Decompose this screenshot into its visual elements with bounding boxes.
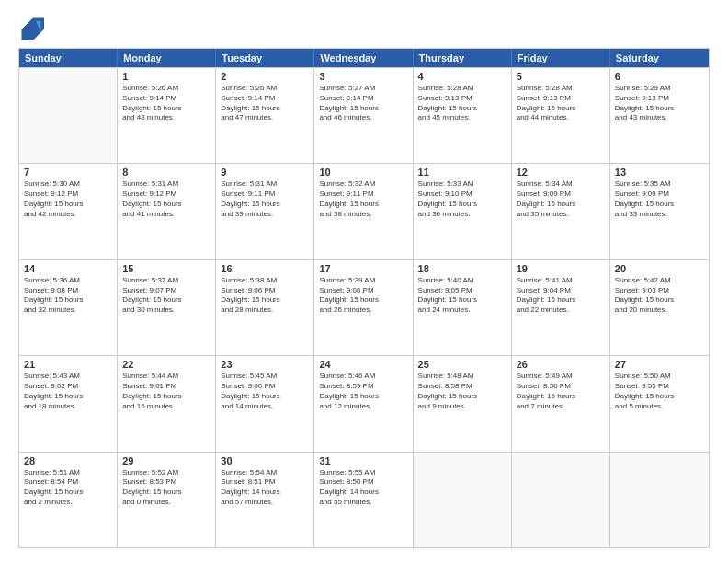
- sunrise-text: Sunrise: 5:46 AM: [319, 372, 407, 382]
- day-number: 9: [221, 167, 309, 178]
- cal-cell-r1-c6: 13Sunrise: 5:35 AMSunset: 9:09 PMDayligh…: [610, 164, 709, 259]
- cal-cell-r3-c0: 21Sunrise: 5:43 AMSunset: 9:02 PMDayligh…: [19, 356, 118, 451]
- daylight-minutes-text: and 48 minutes.: [122, 113, 210, 123]
- sunrise-text: Sunrise: 5:31 AM: [221, 179, 309, 190]
- day-number: 5: [517, 71, 605, 82]
- sunrise-text: Sunrise: 5:34 AM: [517, 179, 605, 190]
- cal-cell-r4-c1: 29Sunrise: 5:52 AMSunset: 8:53 PMDayligh…: [118, 453, 216, 547]
- sunset-text: Sunset: 9:06 PM: [319, 286, 407, 296]
- sunrise-text: Sunrise: 5:33 AM: [418, 179, 506, 190]
- daylight-minutes-text: and 7 minutes.: [517, 402, 605, 412]
- header-friday: Friday: [512, 49, 610, 67]
- sunset-text: Sunset: 8:53 PM: [122, 477, 210, 488]
- day-number: 28: [24, 455, 112, 466]
- daylight-minutes-text: and 41 minutes.: [122, 210, 210, 220]
- day-number: 31: [319, 455, 407, 466]
- sunrise-text: Sunrise: 5:27 AM: [319, 84, 407, 94]
- day-number: 4: [418, 71, 506, 82]
- cal-cell-r1-c1: 8Sunrise: 5:31 AMSunset: 9:12 PMDaylight…: [118, 164, 216, 259]
- daylight-text: Daylight: 15 hours: [517, 200, 605, 210]
- sunrise-text: Sunrise: 5:55 AM: [319, 468, 407, 478]
- cal-row-1: 7Sunrise: 5:30 AMSunset: 9:12 PMDaylight…: [19, 163, 709, 259]
- sunrise-text: Sunrise: 5:51 AM: [24, 468, 112, 478]
- daylight-text: Daylight: 14 hours: [221, 488, 309, 498]
- daylight-minutes-text: and 20 minutes.: [615, 305, 704, 316]
- day-number: 29: [122, 455, 210, 466]
- cal-cell-r4-c0: 28Sunrise: 5:51 AMSunset: 8:54 PMDayligh…: [19, 453, 118, 547]
- header-thursday: Thursday: [414, 49, 512, 67]
- sunset-text: Sunset: 9:09 PM: [615, 190, 704, 200]
- sunset-text: Sunset: 9:06 PM: [221, 286, 309, 296]
- sunrise-text: Sunrise: 5:26 AM: [122, 84, 210, 94]
- cal-row-0: 1Sunrise: 5:26 AMSunset: 9:14 PMDaylight…: [19, 67, 709, 163]
- daylight-minutes-text: and 2 minutes.: [24, 498, 112, 508]
- cal-cell-r0-c0: [19, 68, 118, 163]
- cal-cell-r3-c2: 23Sunrise: 5:45 AMSunset: 9:00 PMDayligh…: [216, 356, 314, 451]
- daylight-text: Daylight: 15 hours: [319, 200, 407, 210]
- day-number: 8: [122, 167, 210, 178]
- cal-cell-r4-c5: [512, 453, 610, 547]
- cal-row-4: 28Sunrise: 5:51 AMSunset: 8:54 PMDayligh…: [19, 452, 709, 547]
- cal-cell-r4-c6: [610, 453, 709, 547]
- sunrise-text: Sunrise: 5:29 AM: [615, 84, 704, 94]
- daylight-text: Daylight: 15 hours: [122, 295, 210, 305]
- daylight-minutes-text: and 33 minutes.: [615, 210, 704, 220]
- header-wednesday: Wednesday: [314, 49, 413, 67]
- cal-cell-r2-c5: 19Sunrise: 5:41 AMSunset: 9:04 PMDayligh…: [512, 260, 610, 355]
- daylight-text: Daylight: 15 hours: [24, 488, 112, 498]
- daylight-text: Daylight: 15 hours: [615, 392, 704, 402]
- cal-cell-r1-c5: 12Sunrise: 5:34 AMSunset: 9:09 PMDayligh…: [512, 164, 610, 259]
- daylight-text: Daylight: 15 hours: [319, 104, 407, 114]
- day-number: 18: [418, 263, 506, 274]
- sunset-text: Sunset: 9:13 PM: [418, 94, 506, 104]
- daylight-text: Daylight: 15 hours: [24, 295, 112, 305]
- sunrise-text: Sunrise: 5:54 AM: [221, 468, 309, 478]
- daylight-text: Daylight: 15 hours: [517, 392, 605, 402]
- daylight-minutes-text: and 28 minutes.: [221, 305, 309, 316]
- daylight-minutes-text: and 16 minutes.: [122, 402, 210, 412]
- daylight-text: Daylight: 15 hours: [122, 488, 210, 498]
- daylight-minutes-text: and 47 minutes.: [221, 113, 309, 123]
- cal-cell-r4-c3: 31Sunrise: 5:55 AMSunset: 8:50 PMDayligh…: [314, 453, 413, 547]
- sunrise-text: Sunrise: 5:52 AM: [122, 468, 210, 478]
- daylight-text: Daylight: 15 hours: [221, 200, 309, 210]
- logo-icon: [18, 15, 44, 40]
- sunrise-text: Sunrise: 5:35 AM: [615, 179, 704, 190]
- cal-cell-r2-c1: 15Sunrise: 5:37 AMSunset: 9:07 PMDayligh…: [118, 260, 216, 355]
- daylight-text: Daylight: 15 hours: [122, 104, 210, 114]
- cal-cell-r3-c6: 27Sunrise: 5:50 AMSunset: 8:55 PMDayligh…: [610, 356, 709, 451]
- cal-cell-r3-c5: 26Sunrise: 5:49 AMSunset: 8:56 PMDayligh…: [512, 356, 610, 451]
- daylight-minutes-text: and 22 minutes.: [517, 305, 605, 316]
- day-number: 11: [418, 167, 506, 178]
- daylight-minutes-text: and 32 minutes.: [24, 305, 112, 316]
- header-saturday: Saturday: [610, 49, 709, 67]
- sunset-text: Sunset: 9:14 PM: [319, 94, 407, 104]
- day-number: 19: [517, 263, 605, 274]
- daylight-minutes-text: and 39 minutes.: [221, 210, 309, 220]
- header-sunday: Sunday: [19, 49, 118, 67]
- calendar-header: Sunday Monday Tuesday Wednesday Thursday…: [19, 49, 709, 67]
- day-number: 13: [615, 167, 704, 178]
- daylight-text: Daylight: 15 hours: [615, 104, 704, 114]
- sunrise-text: Sunrise: 5:28 AM: [517, 84, 605, 94]
- daylight-text: Daylight: 15 hours: [418, 295, 506, 305]
- day-number: 20: [615, 263, 704, 274]
- day-number: 24: [319, 359, 407, 370]
- page: Sunday Monday Tuesday Wednesday Thursday…: [0, 0, 728, 563]
- daylight-text: Daylight: 15 hours: [615, 295, 704, 305]
- sunrise-text: Sunrise: 5:37 AM: [122, 276, 210, 286]
- cal-cell-r0-c1: 1Sunrise: 5:26 AMSunset: 9:14 PMDaylight…: [118, 68, 216, 163]
- sunrise-text: Sunrise: 5:36 AM: [24, 276, 112, 286]
- calendar: Sunday Monday Tuesday Wednesday Thursday…: [18, 48, 710, 548]
- cal-cell-r3-c4: 25Sunrise: 5:48 AMSunset: 8:58 PMDayligh…: [414, 356, 512, 451]
- sunset-text: Sunset: 9:01 PM: [122, 382, 210, 392]
- daylight-minutes-text: and 24 minutes.: [418, 305, 506, 316]
- daylight-text: Daylight: 15 hours: [221, 295, 309, 305]
- daylight-minutes-text: and 57 minutes.: [221, 498, 309, 508]
- sunset-text: Sunset: 8:50 PM: [319, 477, 407, 488]
- daylight-minutes-text: and 30 minutes.: [122, 305, 210, 316]
- daylight-text: Daylight: 15 hours: [221, 392, 309, 402]
- sunset-text: Sunset: 9:00 PM: [221, 382, 309, 392]
- sunset-text: Sunset: 8:58 PM: [418, 382, 506, 392]
- daylight-minutes-text: and 9 minutes.: [418, 402, 506, 412]
